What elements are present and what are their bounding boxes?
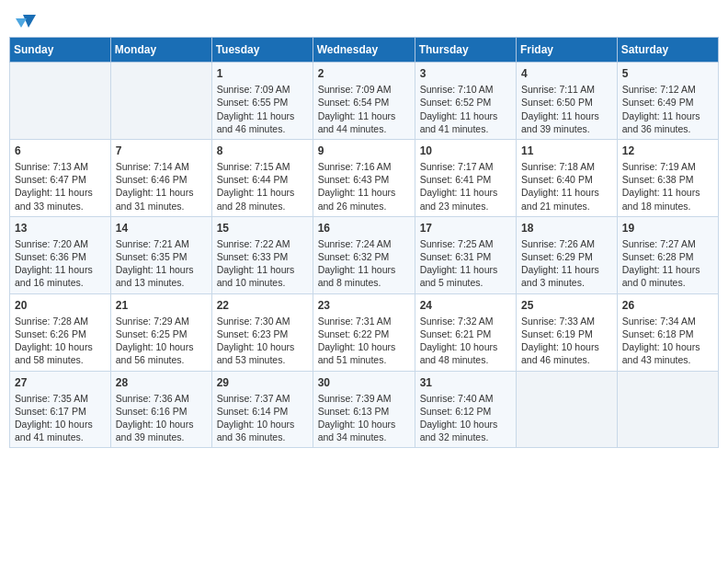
day-number: 28 xyxy=(116,375,207,390)
calendar-cell: 24Sunrise: 7:32 AM Sunset: 6:21 PM Dayli… xyxy=(415,293,516,371)
calendar-cell: 9Sunrise: 7:16 AM Sunset: 6:43 PM Daylig… xyxy=(313,139,415,216)
calendar-cell xyxy=(617,371,718,448)
day-info: Sunrise: 7:30 AM Sunset: 6:23 PM Dayligh… xyxy=(217,315,308,367)
day-number: 2 xyxy=(318,66,410,81)
weekday-header: Friday xyxy=(517,38,618,63)
calendar-cell: 16Sunrise: 7:24 AM Sunset: 6:32 PM Dayli… xyxy=(313,216,415,293)
calendar-cell: 30Sunrise: 7:39 AM Sunset: 6:13 PM Dayli… xyxy=(313,371,415,448)
day-number: 29 xyxy=(217,375,308,390)
weekday-header: Monday xyxy=(110,38,211,63)
day-number: 19 xyxy=(622,221,713,236)
calendar-cell: 11Sunrise: 7:18 AM Sunset: 6:40 PM Dayli… xyxy=(517,139,618,216)
day-info: Sunrise: 7:21 AM Sunset: 6:35 PM Dayligh… xyxy=(116,237,207,290)
day-info: Sunrise: 7:12 AM Sunset: 6:49 PM Dayligh… xyxy=(622,83,713,135)
day-number: 31 xyxy=(420,375,511,390)
day-info: Sunrise: 7:26 AM Sunset: 6:29 PM Dayligh… xyxy=(521,237,612,290)
day-number: 15 xyxy=(217,221,308,236)
day-number: 30 xyxy=(318,375,410,390)
day-info: Sunrise: 7:14 AM Sunset: 6:46 PM Dayligh… xyxy=(116,160,207,213)
day-number: 1 xyxy=(217,66,308,81)
calendar-cell: 22Sunrise: 7:30 AM Sunset: 6:23 PM Dayli… xyxy=(211,293,313,371)
day-info: Sunrise: 7:17 AM Sunset: 6:41 PM Dayligh… xyxy=(420,160,511,213)
day-info: Sunrise: 7:20 AM Sunset: 6:36 PM Dayligh… xyxy=(15,237,106,290)
day-number: 7 xyxy=(116,144,207,158)
calendar-cell: 21Sunrise: 7:29 AM Sunset: 6:25 PM Dayli… xyxy=(110,293,211,371)
day-info: Sunrise: 7:10 AM Sunset: 6:52 PM Dayligh… xyxy=(420,83,511,135)
weekday-header: Saturday xyxy=(617,38,718,63)
day-info: Sunrise: 7:16 AM Sunset: 6:43 PM Dayligh… xyxy=(318,160,410,213)
calendar-cell xyxy=(517,371,618,448)
calendar-cell: 26Sunrise: 7:34 AM Sunset: 6:18 PM Dayli… xyxy=(617,293,718,371)
calendar-cell: 18Sunrise: 7:26 AM Sunset: 6:29 PM Dayli… xyxy=(517,216,618,293)
calendar-cell: 2Sunrise: 7:09 AM Sunset: 6:54 PM Daylig… xyxy=(313,63,415,140)
day-info: Sunrise: 7:33 AM Sunset: 6:19 PM Dayligh… xyxy=(521,315,612,367)
day-number: 6 xyxy=(15,144,106,158)
day-number: 17 xyxy=(420,221,511,236)
day-info: Sunrise: 7:15 AM Sunset: 6:44 PM Dayligh… xyxy=(217,160,308,213)
calendar-cell: 7Sunrise: 7:14 AM Sunset: 6:46 PM Daylig… xyxy=(110,139,211,216)
day-info: Sunrise: 7:39 AM Sunset: 6:13 PM Dayligh… xyxy=(318,392,410,444)
day-info: Sunrise: 7:29 AM Sunset: 6:25 PM Dayligh… xyxy=(116,315,207,367)
day-info: Sunrise: 7:36 AM Sunset: 6:16 PM Dayligh… xyxy=(116,392,207,444)
day-info: Sunrise: 7:13 AM Sunset: 6:47 PM Dayligh… xyxy=(15,160,106,213)
day-info: Sunrise: 7:25 AM Sunset: 6:31 PM Dayligh… xyxy=(420,237,511,290)
calendar-header: SundayMondayTuesdayWednesdayThursdayFrid… xyxy=(10,38,719,63)
day-info: Sunrise: 7:09 AM Sunset: 6:54 PM Dayligh… xyxy=(318,83,410,135)
weekday-header: Tuesday xyxy=(211,38,313,63)
calendar-cell: 17Sunrise: 7:25 AM Sunset: 6:31 PM Dayli… xyxy=(415,216,516,293)
calendar-table: SundayMondayTuesdayWednesdayThursdayFrid… xyxy=(9,37,719,448)
day-number: 5 xyxy=(622,66,713,81)
day-number: 16 xyxy=(318,221,410,236)
calendar-cell: 8Sunrise: 7:15 AM Sunset: 6:44 PM Daylig… xyxy=(211,139,313,216)
day-number: 25 xyxy=(521,298,612,313)
calendar-body: 1Sunrise: 7:09 AM Sunset: 6:55 PM Daylig… xyxy=(10,63,719,448)
day-info: Sunrise: 7:19 AM Sunset: 6:38 PM Dayligh… xyxy=(622,160,713,213)
day-info: Sunrise: 7:34 AM Sunset: 6:18 PM Dayligh… xyxy=(622,315,713,367)
day-info: Sunrise: 7:32 AM Sunset: 6:21 PM Dayligh… xyxy=(420,315,511,367)
calendar-cell: 6Sunrise: 7:13 AM Sunset: 6:47 PM Daylig… xyxy=(10,139,111,216)
calendar-week-row: 27Sunrise: 7:35 AM Sunset: 6:17 PM Dayli… xyxy=(10,371,719,448)
calendar-week-row: 6Sunrise: 7:13 AM Sunset: 6:47 PM Daylig… xyxy=(10,139,719,216)
day-number: 3 xyxy=(420,66,511,81)
day-number: 9 xyxy=(318,144,410,158)
day-info: Sunrise: 7:37 AM Sunset: 6:14 PM Dayligh… xyxy=(217,392,308,444)
day-number: 10 xyxy=(420,144,511,158)
calendar-week-row: 13Sunrise: 7:20 AM Sunset: 6:36 PM Dayli… xyxy=(10,216,719,293)
calendar-cell: 14Sunrise: 7:21 AM Sunset: 6:35 PM Dayli… xyxy=(110,216,211,293)
calendar-cell: 13Sunrise: 7:20 AM Sunset: 6:36 PM Dayli… xyxy=(10,216,111,293)
calendar-cell: 20Sunrise: 7:28 AM Sunset: 6:26 PM Dayli… xyxy=(10,293,111,371)
day-number: 21 xyxy=(116,298,207,313)
calendar-week-row: 1Sunrise: 7:09 AM Sunset: 6:55 PM Daylig… xyxy=(10,63,719,140)
calendar-cell: 27Sunrise: 7:35 AM Sunset: 6:17 PM Dayli… xyxy=(10,371,111,448)
svg-marker-1 xyxy=(16,18,27,28)
calendar-cell: 25Sunrise: 7:33 AM Sunset: 6:19 PM Dayli… xyxy=(517,293,618,371)
day-number: 12 xyxy=(622,144,713,158)
day-number: 13 xyxy=(15,221,106,236)
calendar-cell: 19Sunrise: 7:27 AM Sunset: 6:28 PM Dayli… xyxy=(617,216,718,293)
day-number: 20 xyxy=(15,298,106,313)
day-number: 18 xyxy=(521,221,612,236)
calendar-cell: 3Sunrise: 7:10 AM Sunset: 6:52 PM Daylig… xyxy=(415,63,516,140)
day-info: Sunrise: 7:24 AM Sunset: 6:32 PM Dayligh… xyxy=(318,237,410,290)
calendar-cell xyxy=(10,63,111,140)
logo xyxy=(15,13,37,26)
calendar-cell: 4Sunrise: 7:11 AM Sunset: 6:50 PM Daylig… xyxy=(517,63,618,140)
weekday-header: Sunday xyxy=(10,38,111,63)
day-number: 11 xyxy=(521,144,612,158)
calendar-cell: 12Sunrise: 7:19 AM Sunset: 6:38 PM Dayli… xyxy=(617,139,718,216)
day-number: 27 xyxy=(15,375,106,390)
calendar-cell: 23Sunrise: 7:31 AM Sunset: 6:22 PM Dayli… xyxy=(313,293,415,371)
weekday-header: Wednesday xyxy=(313,38,415,63)
calendar-cell: 29Sunrise: 7:37 AM Sunset: 6:14 PM Dayli… xyxy=(211,371,313,448)
day-info: Sunrise: 7:31 AM Sunset: 6:22 PM Dayligh… xyxy=(318,315,410,367)
calendar-cell: 5Sunrise: 7:12 AM Sunset: 6:49 PM Daylig… xyxy=(617,63,718,140)
calendar-cell: 1Sunrise: 7:09 AM Sunset: 6:55 PM Daylig… xyxy=(211,63,313,140)
day-info: Sunrise: 7:11 AM Sunset: 6:50 PM Dayligh… xyxy=(521,83,612,135)
day-info: Sunrise: 7:09 AM Sunset: 6:55 PM Dayligh… xyxy=(217,83,308,135)
calendar-cell: 28Sunrise: 7:36 AM Sunset: 6:16 PM Dayli… xyxy=(110,371,211,448)
logo-icon xyxy=(16,13,36,29)
day-number: 8 xyxy=(217,144,308,158)
weekday-header: Thursday xyxy=(415,38,516,63)
day-info: Sunrise: 7:18 AM Sunset: 6:40 PM Dayligh… xyxy=(521,160,612,213)
calendar-cell: 15Sunrise: 7:22 AM Sunset: 6:33 PM Dayli… xyxy=(211,216,313,293)
